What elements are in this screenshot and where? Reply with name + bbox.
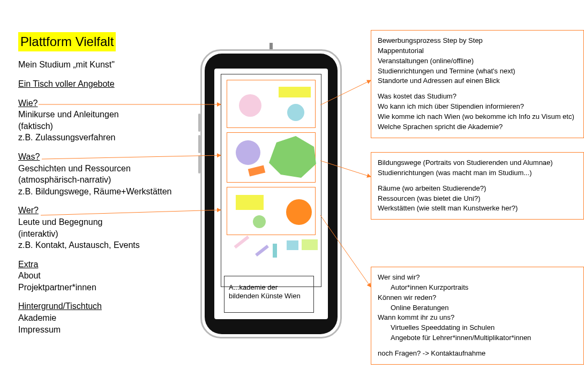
content-sheet [221,74,321,287]
box3-line: Wer sind wir? [378,273,577,283]
box3-line: Angebote für Lehrer*innen/Multiplikator*… [378,333,577,343]
shape-yellow-rect2-icon [236,195,264,210]
box2-line: Bildungswege (Portraits von Studierenden… [378,158,577,168]
box1-line: Veranstaltungen (online/offline) [378,56,577,66]
card-wer [227,187,316,235]
extra-heading: Extra [18,260,38,269]
footer-line1: A...kademie der [229,283,278,291]
phone-mockup: A...kademie der bildenden Künste Wien [200,49,342,338]
shape-stray-pink-icon [234,236,250,248]
box2-line: Werkstätten (wie stellt man Kunstwerke h… [378,203,577,214]
box3-line: Können wir reden? [378,293,577,303]
wer-line2: (interaktiv) [18,229,58,238]
subtitle: Mein Studium „mit Kunst" [18,59,195,71]
box2-line: Räume (wo arbeiten Studierende?) [378,184,577,194]
phone-screen: A...kademie der bildenden Künste Wien [214,69,328,319]
shape-orange-circle-icon [286,199,312,225]
box1-line: Wie komme ich nach Wien (wo bekomme ich … [378,112,577,122]
left-column: Plattform Vielfalt Mein Studium „mit Kun… [18,32,195,343]
section-background: Hintergrund/Tischtuch Akademie Impressum [18,300,195,335]
box1-line: Welche Sprachen spricht die Akademie? [378,122,577,132]
background-heading: Hintergrund/Tischtuch [18,301,102,311]
detail-box-wie: Bewerbungsprozess Step by Step Mappentut… [371,30,584,138]
wie-line1: Minikurse und Anleitungen [18,110,119,119]
card-was [227,132,316,183]
svg-marker-0 [269,136,316,178]
box2-line: Studienrichtungen (was macht man im Stud… [378,168,577,178]
box3-line: Virtuelles Speeddating in Schulen [378,323,577,333]
box1-line: Mappentutorial [378,46,577,56]
background-line1: Akademie [18,313,56,322]
card-wie [227,80,316,128]
box1-line: Was kostet das Studium? [378,92,577,102]
box2-line: Ressourcen (was bietet die Uni?) [378,194,577,204]
was-line1: Geschichten und Ressourcen [18,164,131,173]
shape-stray-teal-icon [273,244,277,258]
page-title: Plattform Vielfalt [18,32,116,51]
box1-line: Bewerbungsprozess Step by Step [378,36,577,46]
wer-line3: z.B. Kontakt, Austausch, Events [18,240,140,250]
was-line2: (atmosphärisch-narrativ) [18,175,111,184]
shape-pink-circle-icon [239,94,261,117]
wie-line2: (faktisch) [18,122,53,131]
section-was: Was? Geschichten und Ressourcen (atmosph… [18,151,195,197]
section-wer: Wer? Leute und Begegnung (interaktiv) z.… [18,205,195,251]
box3-line: Wann kommt ihr zu uns? [378,313,577,323]
extra-line2: Projektpartner*innen [18,283,96,292]
shape-orange-rect-icon [248,165,265,177]
footer-line2: bildenden Künste Wien [229,292,301,300]
shape-yellow-rect-icon [279,87,311,97]
detail-box-was: Bildungswege (Portraits von Studierenden… [371,152,584,220]
shape-stray-lime-icon [302,239,318,250]
phone-top-button-icon [269,43,273,49]
section-wie: Wie? Minikurse und Anleitungen (faktisch… [18,97,195,144]
was-line3: z.B. Bildungswege, Räume+Werkstätten [18,187,172,196]
shape-green-circle-icon [253,215,266,228]
shape-stray-blue-icon [287,240,298,250]
section-extra: Extra About Projektpartner*innen [18,259,195,293]
wie-heading: Wie? [18,99,38,108]
box3-line: noch Fragen? -> Kontaktaufnahme [378,349,577,359]
shape-purple-circle-icon [236,140,260,165]
wer-line1: Leute und Begegnung [18,217,102,227]
box3-line: Online Beratungen [378,303,577,313]
background-line2: Impressum [18,325,61,334]
phone-footer-tab: A...kademie der bildenden Künste Wien [224,280,314,313]
heading-offers: Ein Tisch voller Angebote [18,78,195,90]
wie-line3: z.B. Zulassungsverfahren [18,133,115,142]
detail-box-wer: Wer sind wir? Autor*innen Kurzportraits … [371,267,584,365]
box1-line: Wo kann ich mich über Stipendien informi… [378,102,577,112]
was-heading: Was? [18,152,40,161]
box1-line: Studienrichtungen und Termine (what's ne… [378,66,577,77]
shape-stray-purple-icon [255,245,269,257]
wer-heading: Wer? [18,206,39,215]
box1-line: Standorte und Adressen auf einen Blick [378,76,577,86]
shape-blue-circle-icon [287,104,304,121]
extra-line1: About [18,271,41,280]
page: Plattform Vielfalt Mein Studium „mit Kun… [0,0,584,392]
shape-green-blob-icon [266,135,319,180]
phone-frame-body: A...kademie der bildenden Künste Wien [205,54,338,334]
box3-line: Autor*innen Kurzportraits [378,283,577,293]
